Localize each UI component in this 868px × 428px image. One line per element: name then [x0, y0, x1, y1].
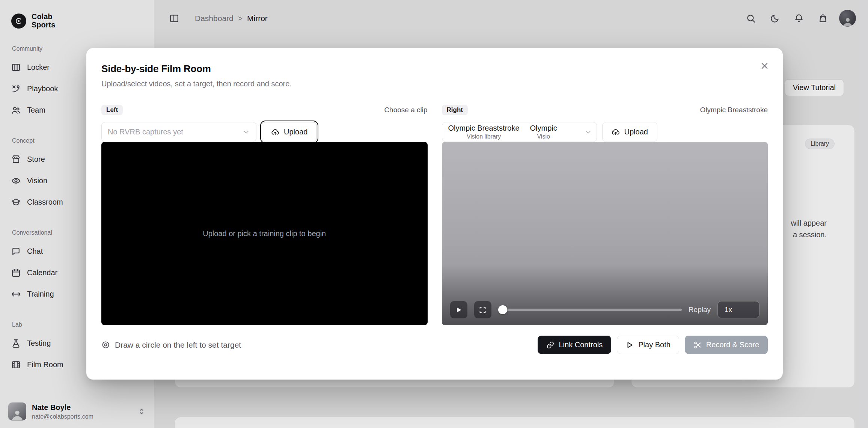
left-upload-label: Upload	[284, 128, 307, 136]
left-video-canvas[interactable]: Upload or pick a training clip to begin	[101, 142, 428, 325]
cloud-upload-icon	[271, 128, 279, 136]
right-badge: Right	[442, 105, 468, 115]
scissors-icon	[693, 341, 702, 349]
left-video-placeholder: Upload or pick a training clip to begin	[203, 229, 326, 238]
left-caption: Choose a clip	[384, 106, 427, 114]
seek-handle[interactable]	[498, 305, 507, 314]
right-clip-panel: Right Olympic Breaststroke Olympic Breas…	[442, 104, 768, 325]
right-clip-select[interactable]: Olympic Breaststroke Olympic Vision libr…	[442, 122, 597, 142]
right-video-controls: Replay 1x	[442, 294, 768, 325]
chevron-down-icon	[243, 128, 250, 136]
left-upload-button[interactable]: Upload	[262, 122, 317, 142]
close-button[interactable]	[758, 59, 771, 72]
selected-clip-source: Vision library	[448, 133, 520, 140]
link-controls-button[interactable]: Link Controls	[538, 336, 612, 354]
link-icon	[546, 341, 555, 349]
record-score-label: Record & Score	[706, 341, 759, 349]
target-hint: Draw a circle on the left to set target	[101, 341, 241, 350]
next-clip-name: Olympic	[530, 124, 557, 133]
dialog-title: Side-by-side Film Room	[101, 63, 768, 75]
dialog-footer: Draw a circle on the left to set target …	[101, 336, 768, 354]
left-controls-row: No RVRB captures yet Upload	[101, 122, 428, 142]
right-upload-label: Upload	[624, 128, 648, 136]
cloud-upload-icon	[612, 128, 620, 136]
play-button[interactable]	[450, 301, 467, 318]
play-both-label: Play Both	[638, 341, 671, 349]
seek-track	[498, 309, 682, 311]
right-select-value: Olympic Breaststroke Olympic Vision libr…	[448, 124, 557, 140]
dialog-subtitle: Upload/select videos, set a target, then…	[101, 80, 768, 88]
right-panel-header: Right Olympic Breaststroke	[442, 104, 768, 116]
clip-columns: Left Choose a clip No RVRB captures yet …	[101, 104, 768, 325]
target-icon	[101, 341, 110, 349]
playback-speed-select[interactable]: 1x	[717, 301, 760, 318]
left-clip-panel: Left Choose a clip No RVRB captures yet …	[101, 104, 428, 325]
left-panel-header: Left Choose a clip	[101, 104, 428, 116]
left-select-value: No RVRB captures yet	[108, 128, 183, 136]
replay-label: Replay	[689, 306, 711, 314]
seek-slider[interactable]	[498, 301, 682, 318]
maximize-icon	[479, 306, 487, 314]
dialog-actions: Link Controls Play Both Record & Score	[538, 336, 768, 354]
chevron-down-icon	[585, 128, 592, 136]
close-icon	[760, 62, 769, 70]
fullscreen-button[interactable]	[474, 301, 491, 318]
film-room-dialog: Side-by-side Film Room Upload/select vid…	[86, 48, 783, 380]
play-outline-icon	[625, 341, 634, 349]
right-controls-row: Olympic Breaststroke Olympic Vision libr…	[442, 122, 768, 142]
selected-clip-name: Olympic Breaststroke	[448, 124, 520, 133]
target-hint-text: Draw a circle on the left to set target	[115, 341, 241, 350]
right-caption: Olympic Breaststroke	[700, 106, 768, 114]
left-clip-select[interactable]: No RVRB captures yet	[101, 122, 256, 142]
next-clip-source: Visio	[530, 133, 557, 140]
left-badge: Left	[101, 105, 123, 115]
record-score-button[interactable]: Record & Score	[685, 336, 768, 354]
right-video-player[interactable]: Replay 1x	[442, 142, 768, 325]
play-both-button[interactable]: Play Both	[617, 336, 679, 354]
right-upload-button[interactable]: Upload	[602, 122, 657, 142]
link-controls-label: Link Controls	[559, 341, 603, 349]
play-icon	[455, 306, 463, 314]
